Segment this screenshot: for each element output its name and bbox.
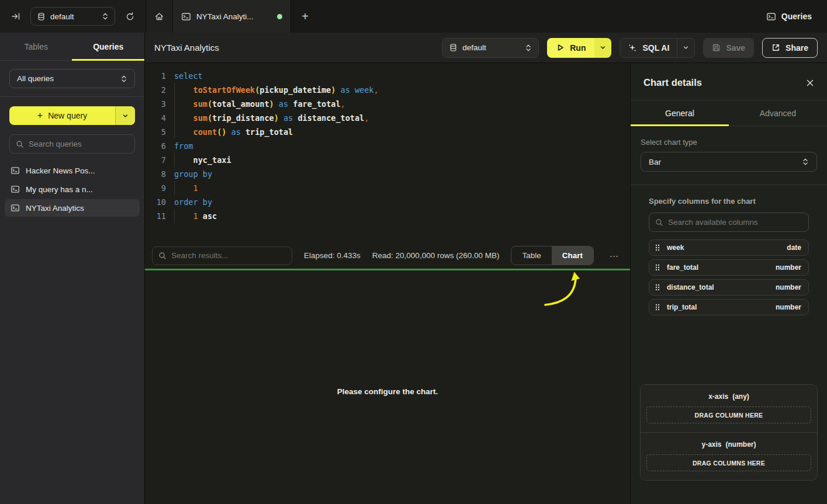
column-chip-fare-total[interactable]: fare_total number — [649, 259, 809, 276]
code-line[interactable]: 6from — [145, 139, 630, 153]
query-filter-select[interactable]: All queries — [9, 69, 135, 88]
x-axis-section: x-axis (any) DRAG COLUMN HERE — [641, 385, 817, 432]
queries-panel-button[interactable]: Queries — [766, 12, 812, 22]
close-panel-button[interactable] — [806, 79, 814, 87]
sql-ai-dropdown[interactable] — [677, 39, 694, 57]
topbar-database-select[interactable]: default — [30, 7, 115, 26]
sidebar-tab-queries[interactable]: Queries — [72, 33, 144, 60]
chevron-down-icon — [683, 44, 689, 51]
query-search-input[interactable] — [29, 140, 129, 148]
columns-search[interactable] — [649, 213, 809, 232]
y-axis-label: y-axis — [701, 440, 721, 449]
new-query-button[interactable]: + New query — [9, 106, 135, 125]
column-chip-distance-total[interactable]: distance_total number — [649, 279, 809, 296]
columns-search-input[interactable] — [668, 218, 802, 227]
code-line[interactable]: 7 nyc_taxi — [145, 153, 630, 167]
column-chip-list: week date fare_total number — [649, 239, 809, 315]
sidebar-tab-tables[interactable]: Tables — [0, 33, 72, 60]
refresh-button[interactable] — [122, 9, 137, 24]
save-icon — [712, 43, 721, 52]
column-name: week — [667, 244, 780, 252]
collapse-sidebar-button[interactable] — [8, 9, 23, 24]
refresh-icon — [125, 12, 135, 22]
sql-ai-label: SQL AI — [642, 43, 669, 53]
code-line[interactable]: 5 count() as trip_total — [145, 125, 630, 139]
columns-section: Specify columns for the chart — [631, 185, 827, 315]
code-text: 1 asc — [172, 209, 217, 223]
new-tab-button[interactable]: + — [291, 0, 319, 33]
run-button-main[interactable]: Run — [547, 38, 594, 58]
sql-ai-main[interactable]: SQL AI — [620, 39, 677, 57]
line-number: 4 — [145, 111, 166, 125]
share-button[interactable]: Share — [762, 38, 818, 58]
code-line[interactable]: 11 1 asc — [145, 209, 630, 223]
line-number: 2 — [145, 83, 166, 97]
elapsed-stat: Elapsed: 0.433s — [304, 251, 361, 260]
collapse-sidebar-icon — [11, 12, 20, 21]
line-number: 9 — [145, 181, 166, 195]
query-item-label: NYTaxi Analytics — [26, 204, 84, 213]
sql-ai-button[interactable]: SQL AI — [620, 38, 695, 58]
x-axis-header: x-axis (any) — [646, 392, 811, 401]
column-chip-trip-total[interactable]: trip_total number — [649, 299, 809, 315]
query-filter-section: All queries — [0, 61, 144, 97]
x-axis-constraint: (any) — [732, 392, 749, 401]
query-item-my-query[interactable]: My query has a n... — [5, 180, 140, 198]
queries-icon — [766, 12, 776, 22]
results-more-button[interactable]: ... — [605, 249, 623, 262]
sparkles-icon — [628, 43, 637, 53]
run-button[interactable]: Run — [547, 38, 611, 58]
topbar-right: Queries — [766, 0, 827, 33]
tab-strip: NYTaxi Analyti... + — [146, 0, 766, 33]
y-axis-drop-zone[interactable]: DRAG COLUMNS HERE — [646, 454, 811, 471]
code-line[interactable]: 10order by — [145, 195, 630, 209]
search-icon — [158, 252, 167, 260]
code-line[interactable]: 2 toStartOfWeek(pickup_datetime) as week… — [145, 83, 630, 97]
column-chip-week[interactable]: week date — [649, 239, 809, 256]
sql-editor[interactable]: 1select2 toStartOfWeek(pickup_datetime) … — [145, 63, 630, 242]
panel-header: Chart details — [631, 63, 827, 100]
code-line[interactable]: 8group by — [145, 167, 630, 181]
new-query-label: New query — [48, 111, 87, 120]
run-dropdown[interactable] — [594, 38, 611, 58]
query-item-hacker-news[interactable]: Hacker News Pos... — [5, 162, 140, 179]
x-axis-drop-zone[interactable]: DRAG COLUMN HERE — [646, 406, 811, 423]
view-toggle-table[interactable]: Table — [511, 246, 551, 265]
chart-type-select[interactable]: Bar — [641, 152, 817, 172]
new-query-main[interactable]: + New query — [9, 106, 115, 125]
results-search-input[interactable] — [171, 251, 286, 260]
y-axis-header: y-axis (number) — [646, 440, 811, 449]
code-text: group by — [172, 167, 212, 181]
sidebar-tabs: Tables Queries — [0, 33, 144, 61]
panel-tab-general[interactable]: General — [631, 100, 729, 126]
code-line[interactable]: 4 sum(trip_distance) as distance_total, — [145, 111, 630, 125]
results-search[interactable] — [152, 246, 292, 265]
query-item-label: Hacker News Pos... — [26, 166, 95, 175]
code-line[interactable]: 9 1 — [145, 181, 630, 195]
save-label: Save — [726, 43, 745, 53]
code-line[interactable]: 1select — [145, 69, 630, 83]
home-tab[interactable] — [146, 0, 173, 33]
column-type: number — [776, 303, 801, 311]
query-item-label: My query has a n... — [26, 185, 93, 194]
new-query-dropdown[interactable] — [115, 106, 135, 125]
results-toolbar: Elapsed: 0.433s Read: 20,000,000 rows (2… — [145, 242, 630, 269]
tab-nytaxi-analytics[interactable]: NYTaxi Analyti... — [173, 0, 291, 33]
query-search[interactable] — [9, 134, 135, 154]
toolbar-database-value: default — [462, 43, 520, 52]
panel-tab-advanced[interactable]: Advanced — [729, 100, 827, 126]
queries-button-label: Queries — [781, 12, 812, 21]
code-text: order by — [172, 195, 212, 209]
toolbar-database-select[interactable]: default — [442, 38, 539, 58]
terminal-icon — [11, 166, 20, 175]
code-line[interactable]: 3 sum(total_amount) as fare_total, — [145, 97, 630, 111]
drag-handle-icon — [655, 303, 660, 311]
code-text: nyc_taxi — [172, 153, 231, 167]
chart-type-section: Select chart type Bar — [631, 126, 827, 185]
chevron-down-icon — [600, 44, 606, 51]
line-number: 6 — [145, 139, 166, 153]
query-list: Hacker News Pos... My query has a n... N… — [0, 162, 144, 217]
save-button[interactable]: Save — [703, 38, 754, 58]
query-item-nytaxi-analytics[interactable]: NYTaxi Analytics — [5, 199, 140, 217]
view-toggle-chart[interactable]: Chart — [552, 246, 593, 265]
